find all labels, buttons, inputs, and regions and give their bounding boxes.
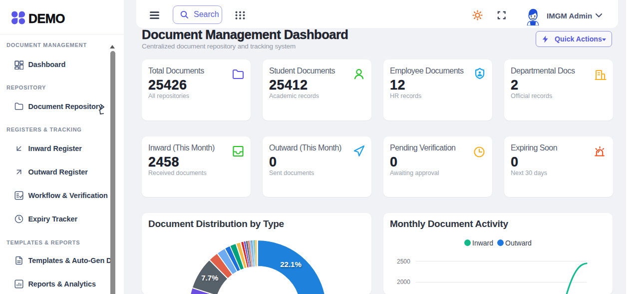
svg-text:7.7%: 7.7% [201,273,218,282]
svg-text:22.1%: 22.1% [280,260,302,268]
